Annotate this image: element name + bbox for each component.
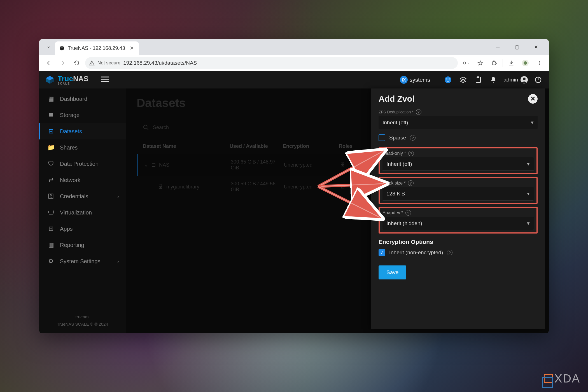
blocksize-field-highlight: Block size *? 128 KiB▾ bbox=[379, 177, 538, 204]
sidebar-item-network[interactable]: ⇄Network bbox=[39, 172, 126, 188]
sparse-checkbox[interactable] bbox=[379, 134, 385, 141]
extensions-button[interactable] bbox=[489, 57, 500, 69]
apps-icon: ⊞ bbox=[47, 225, 55, 232]
sidebar-label: Apps bbox=[60, 226, 73, 232]
col-used-header: Used / Available bbox=[230, 143, 283, 149]
forward-button[interactable] bbox=[57, 57, 68, 69]
sidebar-toggle[interactable] bbox=[101, 75, 109, 84]
layers-icon bbox=[459, 76, 467, 83]
clipboard-button[interactable] bbox=[473, 75, 483, 85]
downloads-button[interactable] bbox=[506, 57, 517, 69]
jobs-button[interactable] bbox=[458, 75, 468, 85]
bell-icon bbox=[490, 76, 497, 83]
brand-nas: NAS bbox=[73, 74, 88, 83]
sparse-checkbox-row[interactable]: Sparse ? bbox=[379, 134, 538, 141]
sidebar-item-apps[interactable]: ⊞Apps bbox=[39, 221, 126, 237]
inherit-enc-row[interactable]: ✓ Inherit (non-encrypted) ? bbox=[379, 249, 538, 256]
back-button[interactable] bbox=[43, 57, 54, 69]
svg-point-24 bbox=[144, 125, 147, 129]
blocksize-select[interactable]: 128 KiB▾ bbox=[382, 187, 534, 200]
dashboard-icon: ▦ bbox=[47, 95, 55, 102]
help-icon[interactable]: ? bbox=[405, 210, 411, 216]
ix-systems-link[interactable]: iX systems bbox=[400, 76, 430, 84]
browser-toolbar: Not secure 192.168.29.43/ui/datasets/NAS bbox=[39, 55, 549, 71]
sidebar-item-reporting[interactable]: ▥Reporting bbox=[39, 237, 126, 253]
drawer-close-button[interactable]: ✕ bbox=[528, 94, 538, 104]
shares-icon: 📁 bbox=[47, 144, 55, 151]
inherit-enc-checkbox[interactable]: ✓ bbox=[379, 249, 385, 256]
help-icon[interactable]: ? bbox=[447, 250, 452, 255]
help-icon[interactable]: ? bbox=[416, 109, 421, 115]
add-zvol-drawer: Add Zvol ✕ ZFS Deduplication *? Inherit … bbox=[371, 88, 545, 329]
sidebar-item-system-settings[interactable]: ⚙System Settings› bbox=[39, 253, 126, 269]
profile-button[interactable] bbox=[520, 57, 531, 69]
svg-point-7 bbox=[539, 61, 540, 62]
svg-rect-19 bbox=[477, 76, 479, 78]
not-secure-icon bbox=[89, 60, 95, 66]
help-icon[interactable]: ? bbox=[408, 151, 414, 156]
sidebar-label: Credentials bbox=[60, 193, 88, 200]
dataset-enc: Unencrypted bbox=[284, 184, 340, 190]
footer-copyright: TrueNAS SCALE ® © 2024 bbox=[39, 321, 126, 328]
sidebar-label: Datasets bbox=[60, 128, 82, 135]
select-value: 128 KiB bbox=[386, 191, 405, 197]
sidebar-item-credentials[interactable]: ⚿Credentials› bbox=[39, 188, 126, 204]
svg-point-21 bbox=[523, 78, 526, 80]
storage-icon: ≣ bbox=[47, 111, 55, 119]
svg-point-17 bbox=[449, 78, 450, 80]
address-bar[interactable]: Not secure 192.168.29.43/ui/datasets/NAS bbox=[85, 57, 458, 69]
kebab-icon bbox=[536, 60, 542, 66]
dedup-select[interactable]: Inherit (off)▾ bbox=[379, 116, 538, 129]
hamburger-icon bbox=[101, 76, 109, 82]
sidebar-item-shares[interactable]: 📁Shares bbox=[39, 139, 126, 156]
password-icon[interactable] bbox=[461, 57, 472, 69]
select-value: Inherit (hidden) bbox=[386, 220, 422, 227]
svg-point-8 bbox=[539, 62, 540, 63]
sidebar-item-dashboard[interactable]: ▦Dashboard bbox=[39, 91, 126, 107]
tree-icon: ⊟ bbox=[151, 162, 156, 168]
drawer-title: Add Zvol bbox=[379, 94, 414, 104]
help-icon[interactable]: ? bbox=[410, 135, 416, 141]
search-placeholder: Search bbox=[153, 125, 169, 130]
brand-logo[interactable]: TrueNAS SCALE bbox=[45, 74, 88, 85]
caret-down-icon: ▾ bbox=[527, 190, 530, 197]
ix-logo-icon: iX bbox=[400, 76, 408, 84]
drawer-body[interactable]: ZFS Deduplication *? Inherit (off)▾ Spar… bbox=[371, 108, 545, 329]
encryption-section-header: Encryption Options bbox=[379, 239, 538, 245]
sidebar-label: Reporting bbox=[60, 242, 84, 248]
help-icon[interactable]: ? bbox=[408, 180, 414, 186]
select-value: Inherit (off) bbox=[386, 161, 412, 167]
sidebar-item-virtualization[interactable]: 🖵Virtualization bbox=[39, 204, 126, 221]
sidebar-item-datasets[interactable]: ⊞Datasets bbox=[39, 123, 126, 139]
status-button[interactable] bbox=[443, 75, 453, 85]
sidebar-item-data-protection[interactable]: 🛡Data Protection bbox=[39, 156, 126, 172]
snapdev-select[interactable]: Inherit (hidden)▾ bbox=[382, 217, 534, 230]
alerts-button[interactable] bbox=[488, 75, 498, 85]
browser-menu-button[interactable] bbox=[534, 57, 545, 69]
svg-point-9 bbox=[539, 64, 540, 65]
sidebar-label: Virtualization bbox=[60, 209, 92, 216]
sidebar-item-storage[interactable]: ≣Storage bbox=[39, 107, 126, 123]
reload-button[interactable] bbox=[71, 57, 82, 69]
admin-menu[interactable]: admin bbox=[503, 76, 528, 84]
dataset-name: NAS bbox=[159, 162, 169, 168]
power-button[interactable] bbox=[533, 75, 543, 85]
tab-close-button[interactable]: ✕ bbox=[129, 45, 135, 51]
chevron-down-icon: ⌄ bbox=[144, 162, 148, 168]
close-window-button[interactable]: ✕ bbox=[529, 41, 543, 53]
maximize-button[interactable]: ▢ bbox=[510, 41, 524, 53]
save-button[interactable]: Save bbox=[379, 265, 406, 279]
readonly-select[interactable]: Inherit (off)▾ bbox=[382, 157, 534, 171]
reload-icon bbox=[74, 60, 80, 66]
minimize-button[interactable]: ─ bbox=[491, 41, 505, 53]
new-tab-button[interactable]: ＋ bbox=[139, 41, 151, 53]
svg-point-16 bbox=[446, 78, 447, 80]
bookmark-button[interactable] bbox=[475, 57, 486, 69]
tab-search-caret[interactable] bbox=[43, 41, 55, 53]
user-avatar-icon bbox=[520, 76, 528, 84]
dataset-roles: 🖥 bbox=[340, 184, 374, 190]
readonly-label: Read-only *? bbox=[382, 151, 534, 156]
svg-line-25 bbox=[147, 128, 148, 130]
chevron-down-icon bbox=[46, 45, 51, 50]
browser-tab[interactable]: TrueNAS - 192.168.29.43 ✕ bbox=[55, 41, 139, 55]
